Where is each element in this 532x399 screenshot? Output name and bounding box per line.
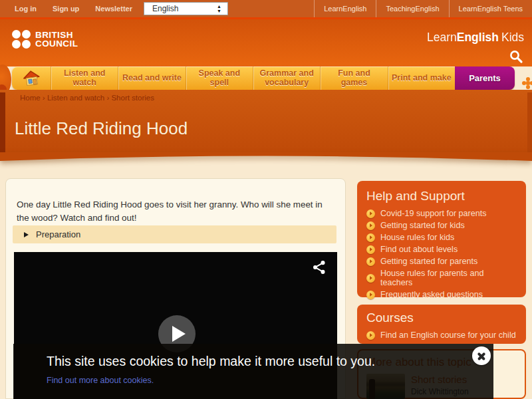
network-links: LearnEnglishTeachingEnglishLearnEnglish … — [314, 0, 532, 17]
accordion-collapsed-arrow-icon — [24, 232, 29, 237]
cookie-banner: This site uses cookies to help make it m… — [13, 344, 493, 399]
select-up-down-icon: ▲▼ — [217, 4, 221, 13]
top-utility-bar: Log inSign upNewsletter English ▲▼ Learn… — [0, 0, 532, 17]
decorative-flower-right — [526, 81, 530, 85]
nav-item[interactable]: Listen and watch — [51, 66, 118, 90]
sidebar-link[interactable]: Frequently asked questions — [366, 290, 517, 299]
story-intro-text: One day Little Red Riding Hood goes to v… — [17, 198, 334, 225]
network-link[interactable]: LearnEnglish Teens — [449, 0, 532, 17]
title-banner: Home › Listen and watch › Short stories … — [0, 90, 532, 152]
arrow-bullet-icon — [366, 257, 375, 266]
help-panel-title: Help and Support — [366, 189, 517, 203]
search-icon[interactable] — [509, 49, 523, 64]
nav-item[interactable]: Read and write — [118, 66, 185, 90]
share-icon[interactable] — [312, 260, 327, 275]
page-title: Little Red Riding Hood — [15, 118, 188, 139]
account-links: Log inSign upNewsletter — [7, 0, 140, 17]
learnenglish-kids-page: Log inSign upNewsletter English ▲▼ Learn… — [0, 0, 532, 399]
logo-line2: COUNCIL — [35, 39, 78, 49]
home-tab[interactable] — [12, 66, 51, 90]
courses-panel-title: Courses — [366, 311, 517, 325]
topbar-link[interactable]: Sign up — [45, 0, 87, 17]
preparation-accordion[interactable]: Preparation — [13, 225, 336, 243]
topbar-link[interactable]: Log in — [7, 0, 45, 17]
sidebar-link[interactable]: Getting started for parents — [366, 257, 517, 266]
nav-item[interactable]: Speak and spell — [186, 66, 253, 90]
network-link[interactable]: TeachingEnglish — [376, 0, 448, 17]
main-navigation: Listen and watchRead and writeSpeak and … — [12, 66, 515, 90]
nav-item-parents[interactable]: Parents — [455, 66, 515, 90]
language-select[interactable]: English ▲▼ — [144, 2, 228, 15]
banner-right-accent — [527, 92, 532, 152]
site-header: BRITISH COUNCIL LearnEnglishKids — [0, 19, 532, 66]
cookie-info-link[interactable]: Find out more about cookies. — [47, 376, 154, 385]
banner-curve — [0, 152, 532, 164]
accordion-label: Preparation — [36, 229, 80, 239]
play-icon — [172, 326, 186, 342]
arrow-bullet-icon — [366, 291, 375, 299]
arrow-bullet-icon — [366, 209, 375, 218]
arrow-bullet-icon — [366, 331, 375, 340]
learnenglish-kids-logo[interactable]: LearnEnglishKids — [427, 31, 524, 45]
sidebar-link[interactable]: House rules for kids — [366, 233, 517, 242]
arrow-bullet-icon — [366, 233, 375, 242]
arrow-bullet-icon — [366, 245, 375, 254]
breadcrumb[interactable]: Home › Listen and watch › Short stories — [20, 94, 154, 102]
topbar-link[interactable]: Newsletter — [87, 0, 140, 17]
british-council-dots-icon — [12, 30, 31, 49]
sidebar-link[interactable]: House rules for parents and teachers — [366, 269, 517, 287]
sidebar-link[interactable]: Find out about levels — [366, 245, 517, 254]
banner-left-accent — [0, 92, 5, 152]
courses-panel: Courses Find an English course for your … — [357, 305, 526, 344]
sidebar-link[interactable]: Covid-19 support for parents — [366, 209, 517, 218]
cookie-message: This site uses cookies to help make it m… — [47, 354, 375, 369]
home-icon — [21, 68, 41, 87]
network-link[interactable]: LearnEnglish — [314, 0, 376, 17]
arrow-bullet-icon — [366, 274, 375, 283]
sidebar-link[interactable]: Find an English course for your child — [366, 331, 517, 340]
nav-item[interactable]: Fun and games — [320, 66, 387, 90]
close-icon[interactable] — [472, 346, 491, 365]
sidebar-link[interactable]: Getting started for kids — [366, 221, 517, 230]
help-and-support-panel: Help and Support Covid-19 support for pa… — [357, 181, 526, 297]
nav-item[interactable]: Print and make — [388, 66, 455, 90]
nav-item[interactable]: Grammar and vocabulary — [253, 66, 320, 90]
language-select-value: English — [152, 4, 178, 13]
arrow-bullet-icon — [366, 221, 375, 230]
british-council-logo[interactable]: BRITISH COUNCIL — [12, 30, 78, 49]
